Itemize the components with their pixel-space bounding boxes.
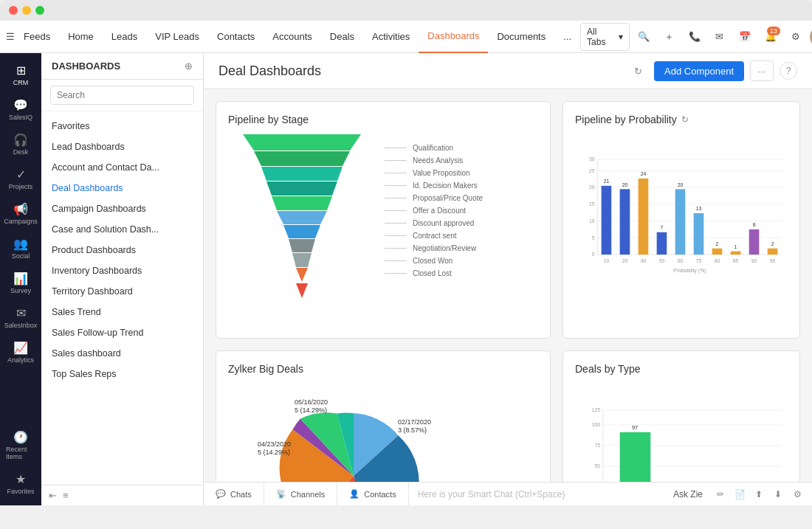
svg-marker-5: [277, 211, 327, 224]
sidebar-item-sales-trend[interactable]: Sales Trend: [41, 302, 203, 322]
sidebar-item-sales-followup[interactable]: Sales Follow-up Trend: [41, 322, 203, 343]
svg-text:90: 90: [751, 258, 757, 263]
pipeline-by-probability-title: Pipeline by Probability ↻: [575, 114, 788, 125]
pie-chart-container: 02/17/2020 3 (8.57%) 03/19/2020 7 (20.00…: [228, 384, 538, 482]
nav-dashboards[interactable]: Dashboards: [419, 21, 488, 53]
sidebar-item-crm[interactable]: ⊞ CRM: [3, 59, 38, 91]
sidebar-item-favorites[interactable]: Favorites: [41, 116, 203, 136]
sidebar-footer: ⇤ ≡: [41, 485, 203, 505]
add-component-button[interactable]: Add Component: [654, 61, 744, 81]
nav-documents[interactable]: Documents: [488, 21, 554, 53]
svg-text:20: 20: [678, 182, 684, 187]
funnel-svg: [228, 134, 376, 319]
sidebar-item-salesiq[interactable]: 💬 SalesIQ: [3, 94, 38, 125]
survey-label: Survey: [10, 287, 31, 294]
nav-vip-leads[interactable]: VIP Leads: [146, 21, 208, 53]
settings-small-icon[interactable]: ⚙: [788, 485, 806, 503]
svg-text:21: 21: [604, 179, 610, 184]
sidebar-item-top-reps[interactable]: Top Sales Reps: [41, 364, 203, 384]
sidebar-item-analytics[interactable]: 📈 Analytics: [3, 336, 38, 368]
all-tabs-button[interactable]: All Tabs ▾: [580, 23, 630, 51]
pipeline-by-stage-title: Pipeline by Stage: [228, 114, 538, 125]
nav-activities[interactable]: Activities: [363, 21, 419, 53]
bottom-tab-contacts[interactable]: 👤 Contacts: [337, 483, 408, 506]
nav-more[interactable]: ...: [554, 21, 580, 53]
sidebar-item-deal-dashboards[interactable]: Deal Dashboards: [41, 178, 203, 198]
sidebar-item-survey[interactable]: 📊 Survey: [3, 267, 38, 299]
sidebar-item-salesinbox[interactable]: ✉ SalesInbox: [3, 302, 38, 333]
refresh-button[interactable]: ↻: [627, 60, 648, 81]
doc-icon[interactable]: 📄: [731, 485, 749, 503]
sidebar-item-product-dashboards[interactable]: Product Dashboards: [41, 240, 203, 260]
sidebar-item-sales-dashboard[interactable]: Sales dashboard: [41, 343, 203, 364]
notifications-button[interactable]: 🔔 13: [759, 25, 781, 49]
svg-text:Probability (%): Probability (%): [673, 268, 706, 274]
ask-zie[interactable]: Ask Zie: [664, 489, 712, 499]
call-button[interactable]: 📞: [684, 25, 706, 49]
sidebar-item-campaign-dashboards[interactable]: Campaign Dashboards: [41, 198, 203, 219]
campaigns-icon: 📢: [13, 202, 28, 216]
svg-marker-0: [243, 134, 361, 151]
add-dashboard-icon[interactable]: ⊕: [185, 60, 193, 72]
svg-rect-33: [639, 179, 649, 255]
svg-text:3 (8.57%): 3 (8.57%): [398, 426, 427, 434]
add-button[interactable]: ＋: [658, 25, 680, 49]
svg-text:80: 80: [715, 258, 720, 263]
sidebar-item-lead-dashboards[interactable]: Lead Dashboards: [41, 136, 203, 157]
salesiq-icon: 💬: [13, 98, 28, 112]
more-options-button[interactable]: ···: [750, 60, 774, 81]
edit-icon[interactable]: ✏: [712, 485, 729, 503]
close-button[interactable]: [9, 6, 18, 15]
svg-text:04/23/2020: 04/23/2020: [258, 440, 291, 448]
download-icon[interactable]: ⬇: [769, 485, 787, 503]
svg-text:25: 25: [589, 168, 595, 173]
svg-text:85: 85: [733, 258, 739, 263]
svg-text:75: 75: [595, 443, 601, 448]
svg-text:5 (14.29%): 5 (14.29%): [258, 449, 290, 456]
upload-icon[interactable]: ⬆: [750, 485, 768, 503]
sidebar-item-social[interactable]: 👥 Social: [3, 232, 38, 264]
calendar-button[interactable]: 📅: [734, 25, 756, 49]
sidebar-item-projects[interactable]: ✓ Projects: [3, 163, 38, 195]
help-button[interactable]: ?: [780, 62, 797, 80]
search-button[interactable]: 🔍: [633, 25, 655, 49]
sidebar-collapse-icon[interactable]: ⇤: [49, 490, 57, 501]
svg-rect-88: [620, 432, 651, 482]
bottom-tab-chats[interactable]: 💬 Chats: [204, 483, 264, 506]
funnel-label-5: Offer a Discount: [385, 204, 483, 217]
sidebar-item-favorites[interactable]: ★ Favorites: [3, 468, 38, 499]
nav-home[interactable]: Home: [59, 21, 103, 53]
nav-leads[interactable]: Leads: [103, 21, 146, 53]
sidebar-item-campaigns[interactable]: 📢 Campaigns: [3, 198, 38, 229]
campaigns-label: Campaigns: [4, 218, 38, 225]
search-input[interactable]: [50, 86, 194, 105]
bottom-bar: 💬 Chats 📡 Channels 👤 Contacts Here is yo…: [204, 482, 812, 505]
maximize-button[interactable]: [35, 6, 44, 15]
sidebar-item-territory-dashboard[interactable]: Territory Dashboard: [41, 281, 203, 302]
nav-accounts[interactable]: Accounts: [264, 21, 320, 53]
sidebar-item-account-contact[interactable]: Account and Contact Da...: [41, 157, 203, 178]
settings-button[interactable]: ⚙: [785, 25, 807, 49]
minimize-button[interactable]: [22, 6, 31, 15]
ask-zie-label: Ask Zie: [673, 489, 703, 499]
hamburger-menu[interactable]: ☰: [6, 25, 15, 49]
email-button[interactable]: ✉: [709, 25, 731, 49]
traffic-lights: [9, 6, 44, 15]
nav-feeds[interactable]: Feeds: [15, 21, 59, 53]
svg-text:20: 20: [622, 182, 628, 187]
sidebar-item-desk[interactable]: 🎧 Desk: [3, 128, 38, 160]
refresh-icon[interactable]: ↻: [681, 114, 689, 125]
bottom-tabs: 💬 Chats 📡 Channels 👤 Contacts Here is yo…: [204, 483, 664, 506]
svg-rect-42: [694, 213, 704, 255]
nav-deals[interactable]: Deals: [321, 21, 363, 53]
nav-contacts[interactable]: Contacts: [208, 21, 264, 53]
smart-chat-input[interactable]: Here is your Smart Chat (Ctrl+Space): [409, 483, 664, 506]
notification-badge: 13: [767, 27, 780, 35]
sidebar-list-icon[interactable]: ≡: [63, 490, 69, 501]
sidebar-item-inventory-dashboards[interactable]: Inventory Dashboards: [41, 260, 203, 281]
sidebar-item-recent[interactable]: 🕐 Recent Items: [3, 426, 38, 465]
sidebar-item-case-solution[interactable]: Case and Solution Dash...: [41, 219, 203, 240]
svg-text:50: 50: [659, 258, 665, 263]
secondary-sidebar: DASHBOARDS ⊕ Favorites Lead Dashboards A…: [41, 53, 204, 505]
bottom-tab-channels[interactable]: 📡 Channels: [264, 483, 337, 506]
